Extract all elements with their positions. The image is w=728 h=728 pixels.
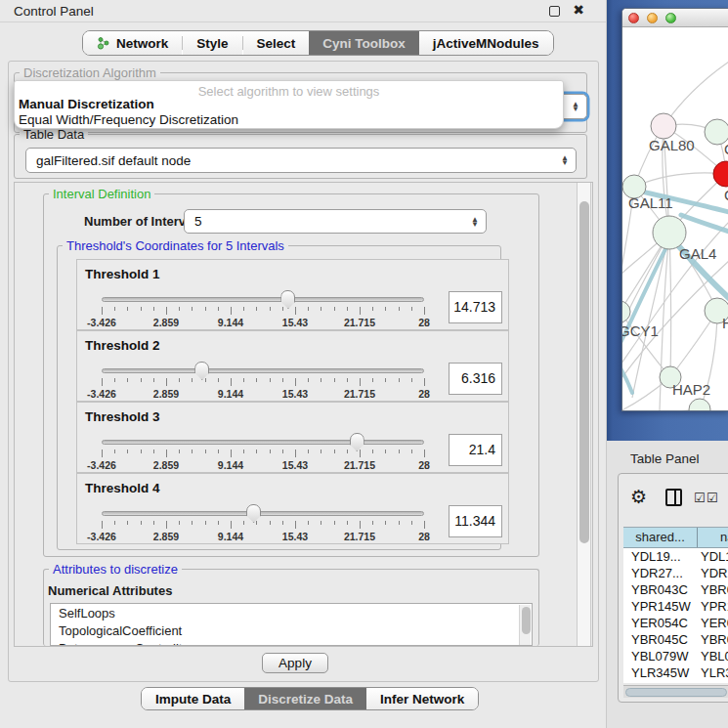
cell-shared-name: YBL079W xyxy=(631,649,689,664)
slider-track[interactable] xyxy=(102,440,424,445)
select-all-checkbox-icon[interactable]: ☑ xyxy=(694,491,706,505)
tab-style[interactable]: Style xyxy=(183,31,241,55)
network-node-gal4[interactable] xyxy=(653,216,686,249)
table-row[interactable]: YDL19... YDL19 xyxy=(623,548,728,565)
settings-vertical-scrollbar[interactable] xyxy=(577,183,591,646)
network-node-partial-bottom[interactable] xyxy=(689,399,710,411)
network-node-gal80[interactable] xyxy=(651,113,676,139)
tick-label: 28 xyxy=(418,459,430,471)
column-header-name[interactable]: na xyxy=(699,528,728,547)
table-data-combo[interactable]: galFiltered.sif default node ▲▼ xyxy=(25,148,577,173)
tab-jactivemnodules[interactable]: jActiveMNodules xyxy=(419,31,553,55)
tick-label: -3.426 xyxy=(87,459,116,471)
slider-tick-labels: -3.4262.8599.14415.4321.71528 xyxy=(102,317,424,328)
tick-mark xyxy=(321,378,321,382)
table-row[interactable]: YBR045C YBR04 xyxy=(623,631,728,648)
cell-shared-name: YLR345W xyxy=(631,665,689,680)
tick-label: 2.859 xyxy=(153,459,179,471)
cell-name: YDL19 xyxy=(701,549,728,564)
slider-ticks xyxy=(102,307,424,315)
list-vertical-scrollbar[interactable] xyxy=(519,605,531,646)
tick-mark xyxy=(141,307,142,311)
cell-shared-name: YIL052C xyxy=(631,682,681,683)
table-row[interactable]: YPR145W YPR14 xyxy=(623,598,728,615)
tab-discretize-data[interactable]: Discretize Data xyxy=(244,688,366,709)
table-row[interactable]: YBL079W YBL07 xyxy=(623,648,728,664)
tick-mark xyxy=(243,450,244,453)
table-row[interactable]: YLR345W YLR34 xyxy=(623,664,728,681)
threshold-3-value-field[interactable]: 21.4 xyxy=(449,434,502,466)
scrollbar-thumb[interactable] xyxy=(625,688,727,697)
tab-impute-data-label: Impute Data xyxy=(155,692,231,707)
threshold-2-value-field[interactable]: 6.316 xyxy=(449,363,502,395)
window-close-icon[interactable] xyxy=(628,13,639,23)
columns-icon[interactable] xyxy=(665,489,682,506)
tick-mark xyxy=(270,450,271,453)
number-of-intervals-combo[interactable]: 5 ▲▼ xyxy=(184,209,487,234)
cell-name: YDR27 xyxy=(701,566,728,580)
slider-track[interactable] xyxy=(102,511,424,516)
threshold-2-label: Threshold 2 xyxy=(85,338,160,353)
column-header-shared-name[interactable]: shared... xyxy=(623,528,698,547)
select-none-checkbox-icon[interactable]: ☑ xyxy=(707,491,718,505)
tick-label: 9.144 xyxy=(218,459,243,471)
top-tab-bar: Network Style Select Cyni Toolbox jActiv… xyxy=(82,30,554,56)
tick-label: 2.859 xyxy=(153,531,179,542)
tick-mark xyxy=(166,307,167,315)
tick-mark xyxy=(179,307,180,311)
combo-arrows-icon: ▲▼ xyxy=(471,217,479,227)
tick-mark xyxy=(231,521,232,529)
network-canvas[interactable]: GAL80 G C GAL11 GAL4 GCY1 H HAP2 xyxy=(622,27,728,411)
list-item[interactable]: TopologicalCoefficient xyxy=(51,621,532,639)
table-row[interactable]: YBR043C YBR04 xyxy=(623,581,728,598)
table-horizontal-scrollbar[interactable] xyxy=(623,685,728,698)
threshold-3-slider: -3.4262.8599.14415.4321.71528 xyxy=(102,438,424,471)
tick-mark xyxy=(399,521,400,525)
close-icon[interactable]: ✖ xyxy=(573,2,584,18)
gear-icon[interactable]: ⚙ xyxy=(630,486,647,508)
cell-name: YBL07 xyxy=(701,649,728,664)
table-row[interactable]: YIL052C YIL05 xyxy=(623,681,728,683)
tick-mark xyxy=(256,307,257,311)
table-data-title: Table Data xyxy=(20,127,88,142)
threshold-4-value-field[interactable]: 11.344 xyxy=(449,505,502,537)
tick-mark xyxy=(399,450,400,453)
tick-mark xyxy=(179,378,180,382)
tab-network[interactable]: Network xyxy=(83,31,182,55)
node-label-gal4: GAL4 xyxy=(679,245,716,262)
scrollbar-thumb[interactable] xyxy=(579,201,589,543)
numerical-attributes-list[interactable]: SelfLoops TopologicalCoefficient Between… xyxy=(50,603,533,646)
panel-title: Control Panel xyxy=(14,4,94,19)
tab-infer-network[interactable]: Infer Network xyxy=(366,688,478,709)
network-window-titlebar[interactable] xyxy=(622,9,728,27)
tick-mark xyxy=(282,450,283,453)
threshold-1-slider: -3.4262.8599.14415.4321.71528 xyxy=(102,295,424,328)
list-item[interactable]: SelfLoops xyxy=(51,604,532,621)
table-row[interactable]: YER054C YER05 xyxy=(623,615,728,631)
table-row[interactable]: YDR27... YDR27 xyxy=(623,565,728,581)
slider-track[interactable] xyxy=(102,368,424,373)
cell-shared-name: YDR27... xyxy=(631,566,683,580)
tab-cyni-toolbox[interactable]: Cyni Toolbox xyxy=(309,31,419,55)
scrollbar-thumb[interactable] xyxy=(522,607,531,634)
float-window-icon[interactable] xyxy=(549,6,560,17)
network-view-window: GAL80 G C GAL11 GAL4 GCY1 H HAP2 xyxy=(621,8,728,411)
tick-mark xyxy=(141,521,142,525)
bottom-tab-bar: Impute Data Discretize Data Infer Networ… xyxy=(141,687,479,710)
network-node-gcy1[interactable] xyxy=(622,301,630,322)
tab-impute-data[interactable]: Impute Data xyxy=(142,688,244,709)
node-label-gal80: GAL80 xyxy=(649,137,695,153)
tab-select[interactable]: Select xyxy=(243,31,310,55)
window-zoom-icon[interactable] xyxy=(665,13,676,23)
numerical-attributes-label: Numerical Attributes xyxy=(48,583,172,598)
table-panel-section: Table Panel ⚙ ☑ ☑ shared... na YDL19... … xyxy=(607,441,728,728)
threshold-2-slider: -3.4262.8599.14415.4321.71528 xyxy=(102,366,424,400)
list-item[interactable]: BetweennessCentrality xyxy=(51,639,532,646)
threshold-1-value-field[interactable]: 14.713 xyxy=(449,291,502,323)
apply-button[interactable]: Apply xyxy=(262,653,328,673)
dropdown-option-equal-width-frequency[interactable]: Equal Width/Frequency Discretization xyxy=(15,111,563,127)
tick-mark xyxy=(321,521,321,525)
slider-track[interactable] xyxy=(102,297,424,302)
window-minimize-icon[interactable] xyxy=(647,13,658,23)
tick-label: 21.715 xyxy=(344,459,375,471)
